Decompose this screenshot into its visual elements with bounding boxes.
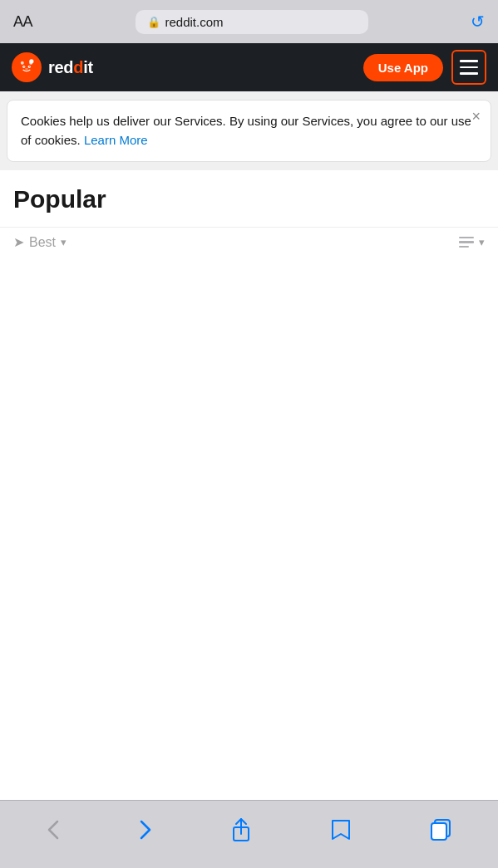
sort-chevron-icon: ▾ [61,236,67,248]
cookie-learn-more-link[interactable]: Learn More [84,133,148,147]
list-view-icon [459,237,474,248]
browser-top-bar: AA 🔒 reddit.com ↺ [0,0,498,43]
cookie-banner: Cookies help us deliver our Services. By… [7,100,491,162]
svg-point-6 [25,68,28,70]
view-chevron-icon: ▾ [479,236,485,248]
refresh-button[interactable]: ↺ [471,12,485,32]
main-content: Popular ➤ Best ▾ ▾ [0,170,498,800]
reddit-logo[interactable]: reddit [12,52,93,82]
browser-bottom-bar [0,800,498,868]
lock-icon: 🔒 [147,16,160,28]
address-bar[interactable]: 🔒 reddit.com [136,10,368,34]
sort-arrow-icon: ➤ [13,234,24,250]
url-display: reddit.com [165,15,224,29]
bookmarks-button[interactable] [314,811,367,849]
view-control[interactable]: ▾ [459,236,485,248]
svg-point-8 [29,61,32,65]
sort-label: Best [29,235,56,250]
page-title: Popular [13,185,485,213]
use-app-button[interactable]: Use App [363,54,443,81]
tabs-button[interactable] [415,812,468,848]
font-size-control[interactable]: AA [13,13,32,31]
reddit-wordmark: reddit [48,58,93,77]
popular-section: Popular [0,170,498,227]
svg-point-4 [23,66,24,66]
hamburger-line-2 [460,66,478,69]
svg-point-7 [21,61,24,65]
back-button[interactable] [31,812,76,847]
cookie-text: Cookies help us deliver our Services. By… [21,114,471,147]
sort-control[interactable]: ➤ Best ▾ [13,234,67,250]
forward-button[interactable] [123,812,168,847]
share-button[interactable] [215,811,267,849]
hamburger-line-1 [460,60,478,62]
cookie-close-button[interactable]: × [471,109,481,124]
sort-bar: ➤ Best ▾ ▾ [0,227,498,257]
reddit-navbar: reddit Use App [0,43,498,91]
reddit-snoo-icon [12,52,42,82]
feed-area [0,257,498,800]
hamburger-line-3 [460,72,478,75]
hamburger-menu-button[interactable] [451,50,486,85]
svg-rect-11 [431,823,446,840]
svg-point-5 [29,66,30,66]
nav-actions: Use App [363,50,486,85]
